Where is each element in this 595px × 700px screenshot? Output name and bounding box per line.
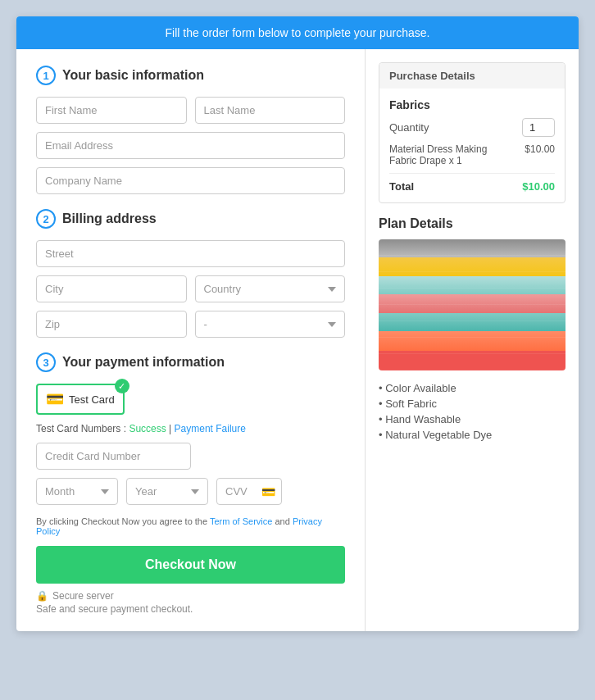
total-label: Total xyxy=(389,180,414,193)
email-row xyxy=(36,132,345,159)
city-country-row: Country xyxy=(36,275,345,302)
test-card-label: Test Card xyxy=(69,393,115,406)
street-input[interactable] xyxy=(36,240,345,267)
card-check-icon: ✓ xyxy=(115,379,129,393)
checkout-button[interactable]: Checkout Now xyxy=(36,546,345,584)
email-input[interactable] xyxy=(36,132,345,159)
city-input[interactable] xyxy=(36,275,187,302)
success-link[interactable]: Success xyxy=(129,423,166,434)
top-banner: Fill the order form below to complete yo… xyxy=(16,16,579,49)
last-name-input[interactable] xyxy=(195,97,346,124)
plan-details-title: Plan Details xyxy=(379,216,565,231)
section-3-number: 3 xyxy=(36,352,56,372)
section-payment: 3 Your payment information xyxy=(36,352,345,372)
feature-2: Soft Fabric xyxy=(379,396,565,411)
item-name: Material Dress Making Fabric Drape x 1 xyxy=(389,143,487,166)
cvv-wrapper: 💳 xyxy=(216,478,282,505)
company-input[interactable] xyxy=(36,167,345,194)
feature-4: Natural Vegetable Dye xyxy=(379,427,565,443)
section-3-title: Your payment information xyxy=(62,355,225,370)
purchase-details-box: Purchase Details Fabrics Quantity Materi… xyxy=(379,62,565,203)
feature-1: Color Available xyxy=(379,380,565,396)
checkout-terms: By clicking Checkout Now you agree to th… xyxy=(36,516,345,536)
section-2-title: Billing address xyxy=(62,211,157,226)
banner-text: Fill the order form below to complete yo… xyxy=(166,26,430,39)
quantity-input[interactable] xyxy=(522,118,555,137)
total-amount: $10.00 xyxy=(522,180,555,193)
cvv-card-icon: 💳 xyxy=(261,485,275,498)
test-numbers-label: Test Card Numbers : xyxy=(36,423,126,434)
first-name-input[interactable] xyxy=(36,97,187,124)
right-panel: Purchase Details Fabrics Quantity Materi… xyxy=(366,49,579,631)
total-row: Total $10.00 xyxy=(389,173,555,193)
payment-details-row: Month Year 💳 xyxy=(36,478,345,505)
year-select[interactable]: Year xyxy=(126,478,208,505)
credit-card-input[interactable] xyxy=(36,443,191,470)
terms-text: By clicking Checkout Now you agree to th… xyxy=(36,516,207,526)
fabric-image xyxy=(379,239,565,370)
section-2-number: 2 xyxy=(36,209,56,229)
month-select[interactable]: Month xyxy=(36,478,118,505)
quantity-label: Quantity xyxy=(389,121,429,134)
section-1-number: 1 xyxy=(36,66,56,85)
credit-card-icon: 💳 xyxy=(46,390,64,408)
purchase-details-title: Purchase Details xyxy=(379,63,565,89)
fabric-image-inner xyxy=(379,239,565,370)
page-wrapper: Fill the order form below to complete yo… xyxy=(16,16,579,631)
section-1-title: Your basic information xyxy=(62,68,204,83)
feature-3: Hand Washable xyxy=(379,411,565,427)
safe-text: Safe and secure payment checkout. xyxy=(36,603,345,615)
left-panel: 1 Your basic information 2 Billing addre… xyxy=(16,49,366,631)
item-row: Material Dress Making Fabric Drape x 1 $… xyxy=(389,143,555,166)
zip-state-row: - xyxy=(36,311,345,338)
credit-card-row xyxy=(36,443,345,470)
secure-server: 🔒 Secure server xyxy=(36,590,345,602)
zip-input[interactable] xyxy=(36,311,187,338)
quantity-row: Quantity xyxy=(389,118,555,137)
item-price: $10.00 xyxy=(525,143,555,166)
test-card-numbers: Test Card Numbers : Success | Payment Fa… xyxy=(36,423,345,434)
state-select[interactable]: - xyxy=(195,311,346,338)
terms-link[interactable]: Term of Service xyxy=(210,516,272,526)
country-select[interactable]: Country xyxy=(195,275,346,302)
secure-label: Secure server xyxy=(52,590,114,602)
content-area: 1 Your basic information 2 Billing addre… xyxy=(16,49,579,631)
payment-card-option[interactable]: 💳 Test Card ✓ xyxy=(36,384,125,415)
lock-icon: 🔒 xyxy=(36,590,48,602)
street-row xyxy=(36,240,345,267)
section-billing: 2 Billing address xyxy=(36,209,345,229)
failure-link[interactable]: Payment Failure xyxy=(175,423,246,434)
fabrics-heading: Fabrics xyxy=(389,98,555,111)
and-text: and xyxy=(275,516,289,526)
name-row xyxy=(36,97,345,124)
plan-features: Color Available Soft Fabric Hand Washabl… xyxy=(379,380,565,443)
company-row xyxy=(36,167,345,194)
section-basic-info: 1 Your basic information xyxy=(36,66,345,85)
